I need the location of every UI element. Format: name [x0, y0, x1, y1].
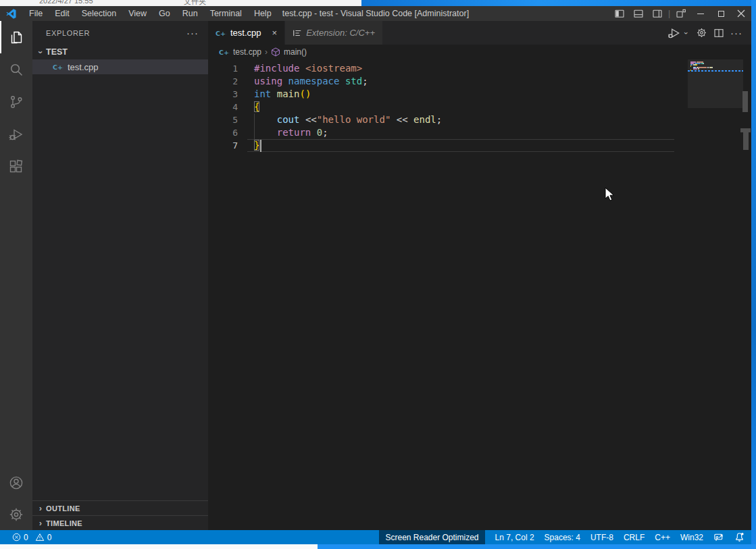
- status-right: Screen Reader Optimized Ln 7, Col 2 Spac…: [379, 530, 745, 544]
- settings-gear-icon[interactable]: [0, 498, 32, 530]
- screen-reader-badge[interactable]: Screen Reader Optimized: [379, 530, 484, 544]
- tab-testcpp[interactable]: C++ test.cpp ×: [208, 21, 284, 45]
- minimize-button[interactable]: [690, 6, 711, 21]
- vscode-window: File Edit Selection View Go Run Terminal…: [0, 6, 751, 544]
- file-name: test.cpp: [68, 62, 99, 72]
- line-numbers[interactable]: 1234567: [208, 62, 238, 152]
- timeline-section-header[interactable]: › TIMELINE: [32, 515, 208, 530]
- warning-icon: [35, 533, 45, 542]
- extension-list-icon: [293, 28, 302, 38]
- toggle-sidebar-icon[interactable]: [610, 8, 629, 19]
- menu-edit[interactable]: Edit: [49, 6, 76, 21]
- toggle-secondary-sidebar-icon[interactable]: [648, 8, 667, 19]
- status-bar: 0 0 Screen Reader Optimized Ln 7, Col 2 …: [0, 530, 751, 544]
- title-bar: File Edit Selection View Go Run Terminal…: [0, 6, 751, 21]
- tab-bar: C++ test.cpp × Extension: C/C++: [208, 21, 751, 45]
- platform-target[interactable]: Win32: [680, 533, 703, 542]
- menu-selection[interactable]: Selection: [76, 6, 122, 21]
- vscode-logo-icon: [6, 9, 16, 19]
- eol-sequence[interactable]: CRLF: [624, 533, 645, 542]
- window-controls: |: [610, 6, 751, 21]
- menu-file[interactable]: File: [23, 6, 49, 21]
- svg-text:C++: C++: [219, 49, 230, 56]
- background-date-text: 2022/4/27 15:55: [39, 0, 93, 5]
- cursor-position[interactable]: Ln 7, Col 2: [495, 533, 534, 542]
- menu-help[interactable]: Help: [248, 6, 278, 21]
- activity-extensions-icon[interactable]: [0, 151, 32, 183]
- menu-view[interactable]: View: [122, 6, 153, 21]
- cpp-file-icon: C++: [53, 62, 64, 72]
- breadcrumb-file[interactable]: test.cpp: [233, 47, 261, 57]
- menu-go[interactable]: Go: [153, 6, 176, 21]
- outline-label: OUTLINE: [46, 504, 80, 513]
- toggle-panel-icon[interactable]: [629, 8, 648, 19]
- symbol-method-icon: [271, 47, 280, 57]
- minimap[interactable]: [688, 59, 743, 108]
- warning-count: 0: [47, 533, 52, 542]
- problems-errors[interactable]: 0: [12, 533, 28, 542]
- activity-source-control-icon[interactable]: [0, 86, 32, 118]
- background-explorer-strip: 2022/4/27 15:55 文件夹: [0, 0, 361, 6]
- error-icon: [12, 533, 21, 542]
- scrollbar-decoration[interactable]: [743, 132, 749, 150]
- tab-label: Extension: C/C++: [306, 28, 375, 38]
- scrollbar-handle[interactable]: [742, 91, 748, 112]
- desktop-edge-right: [751, 0, 756, 549]
- activity-run-debug-icon[interactable]: [0, 118, 32, 151]
- activity-bar-spacer: [0, 183, 32, 467]
- run-cpp-file-icon[interactable]: [667, 26, 681, 40]
- folder-name: TEST: [46, 47, 68, 57]
- sidebar-title: EXPLORER: [46, 29, 90, 37]
- breadcrumb: C++ test.cpp › main(): [208, 45, 751, 59]
- desktop: 2022/4/27 15:55 文件夹 File Edit Selection …: [0, 0, 756, 549]
- split-editor-icon[interactable]: [713, 28, 724, 38]
- customize-layout-icon[interactable]: [672, 8, 690, 19]
- breadcrumb-symbol[interactable]: main(): [284, 47, 307, 57]
- notifications-bell-icon[interactable]: [734, 532, 745, 542]
- explorer-more-actions-icon[interactable]: ···: [186, 30, 199, 36]
- account-icon[interactable]: [0, 467, 32, 498]
- cpp-file-icon: C++: [219, 47, 230, 57]
- sidebar-explorer: EXPLORER ··· › TEST C++ test.cpp › OUTLI…: [32, 21, 208, 530]
- breadcrumb-separator-icon: ›: [265, 47, 268, 57]
- activity-search-icon[interactable]: [0, 53, 32, 86]
- desktop-edge-bottom: [318, 544, 756, 549]
- folder-row-test[interactable]: › TEST: [32, 45, 208, 59]
- mouse-cursor: [605, 187, 615, 202]
- menu-run[interactable]: Run: [176, 6, 204, 21]
- minimap-lines: [690, 61, 743, 71]
- outline-section-header[interactable]: › OUTLINE: [32, 500, 208, 515]
- file-row-testcpp[interactable]: C++ test.cpp: [32, 59, 208, 74]
- minimap-current-line: [688, 70, 743, 72]
- run-dropdown-chevron-icon[interactable]: ›: [682, 30, 690, 36]
- chevron-right-icon: ›: [35, 503, 46, 513]
- close-button[interactable]: [731, 6, 751, 21]
- svg-text:C++: C++: [53, 63, 64, 71]
- editor-more-actions-icon[interactable]: ···: [730, 30, 742, 36]
- sidebar-header: EXPLORER ···: [32, 21, 208, 45]
- language-mode[interactable]: C++: [655, 533, 670, 542]
- activity-explorer-icon[interactable]: [0, 21, 32, 53]
- background-strip-bottom: [0, 544, 318, 549]
- code-lines[interactable]: #include <iostream>using namespace std;i…: [254, 62, 442, 152]
- timeline-label: TIMELINE: [46, 519, 82, 527]
- configure-gear-icon[interactable]: [696, 27, 707, 38]
- problems-warnings[interactable]: 0: [35, 533, 52, 542]
- chevron-right-icon: ›: [35, 518, 46, 528]
- text-cursor: [260, 140, 261, 152]
- code-editor[interactable]: 1234567 #include <iostream>using namespa…: [208, 59, 751, 530]
- desktop-edge-top: [361, 0, 756, 6]
- tab-label: test.cpp: [230, 28, 261, 38]
- svg-text:C++: C++: [216, 30, 226, 37]
- feedback-icon[interactable]: [713, 532, 724, 542]
- encoding[interactable]: UTF-8: [590, 533, 613, 542]
- menu-terminal[interactable]: Terminal: [204, 6, 248, 21]
- maximize-button[interactable]: [711, 6, 731, 21]
- chevron-down-icon: ›: [36, 47, 46, 57]
- error-count: 0: [24, 533, 28, 542]
- indentation[interactable]: Spaces: 4: [545, 533, 580, 542]
- editor-toolbar: › ···: [667, 21, 751, 45]
- tab-close-icon[interactable]: ×: [272, 28, 278, 38]
- workbench: EXPLORER ··· › TEST C++ test.cpp › OUTLI…: [0, 21, 751, 530]
- tab-extension-cpp[interactable]: Extension: C/C++: [285, 21, 382, 45]
